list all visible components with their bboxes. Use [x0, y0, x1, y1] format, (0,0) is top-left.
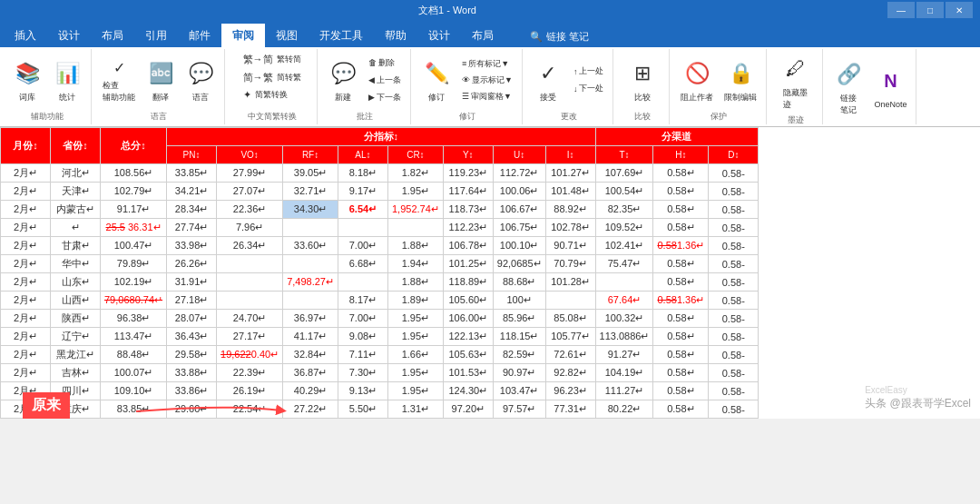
- btn-hide-ink[interactable]: 🖊 隐藏墨迹: [778, 51, 814, 113]
- cell-al[interactable]: 7.11↵: [338, 346, 387, 364]
- btn-restrict-edit[interactable]: 🔒 限制编辑: [720, 55, 760, 105]
- cell-i[interactable]: 70.79↵: [545, 255, 595, 273]
- cell-u[interactable]: 82.59↵: [493, 346, 545, 364]
- cell-t[interactable]: 67.64↵: [595, 292, 653, 310]
- btn-stats[interactable]: 📊 统计: [49, 55, 85, 105]
- cell-pn[interactable]: 29.60↵: [167, 400, 217, 419]
- cell-rf[interactable]: 40.29↵: [283, 382, 338, 400]
- cell-month[interactable]: 2月↵: [1, 255, 51, 273]
- btn-next-comment[interactable]: ▶ 下一条: [365, 90, 405, 105]
- cell-vo[interactable]: 24.70↵: [217, 310, 283, 328]
- cell-total[interactable]: 91.17↵: [101, 201, 167, 219]
- cell-total[interactable]: 100.47↵: [101, 237, 167, 255]
- cell-d[interactable]: 0.58-: [709, 183, 759, 201]
- cell-t[interactable]: 91.27↵: [595, 346, 653, 364]
- cell-rf[interactable]: 33.60↵: [283, 237, 338, 255]
- cell-t[interactable]: 109.52↵: [595, 219, 653, 237]
- cell-vo[interactable]: 22.54↵: [217, 400, 283, 419]
- cell-rf[interactable]: 32.71↵: [283, 183, 338, 201]
- cell-d[interactable]: 0.58-: [709, 292, 759, 310]
- cell-d[interactable]: 0.58-: [709, 273, 759, 292]
- cell-i[interactable]: 92.82↵: [545, 364, 595, 382]
- search-box-area[interactable]: 🔍 链接 笔记: [523, 26, 596, 47]
- close-button[interactable]: ✕: [946, 2, 973, 18]
- btn-translate[interactable]: 🔤 翻译: [142, 55, 179, 105]
- cell-i[interactable]: 85.08↵: [545, 310, 595, 328]
- cell-total[interactable]: 100.07↵: [101, 364, 167, 382]
- cell-d[interactable]: 0.58-: [709, 328, 759, 346]
- cell-t[interactable]: [595, 273, 653, 292]
- cell-cr[interactable]: 1.94↵: [387, 255, 443, 273]
- cell-al[interactable]: 9.08↵: [338, 328, 387, 346]
- maximize-button[interactable]: □: [916, 2, 944, 18]
- btn-wordcount[interactable]: 📚 词库: [9, 55, 45, 105]
- cell-cr[interactable]: 1.66↵: [387, 346, 443, 364]
- cell-pn[interactable]: 26.26↵: [167, 255, 217, 273]
- cell-u[interactable]: 85.96↵: [493, 310, 545, 328]
- cell-vo[interactable]: 22.36↵: [217, 201, 283, 219]
- cell-i[interactable]: 90.71↵: [545, 237, 595, 255]
- cell-d[interactable]: 0.58-: [709, 346, 759, 364]
- cell-vo[interactable]: 27.99↵: [217, 164, 283, 183]
- btn-link-notes[interactable]: 🔗 链接笔记: [830, 56, 867, 118]
- cell-province[interactable]: 吉林↵: [51, 364, 101, 382]
- btn-accept[interactable]: ✓ 接受: [530, 55, 566, 105]
- cell-rf[interactable]: 34.30↵: [283, 201, 338, 219]
- cell-pn[interactable]: 33.88↵: [167, 364, 217, 382]
- cell-h[interactable]: 0.581.36↵: [653, 237, 709, 255]
- cell-h[interactable]: 0.58↵: [653, 382, 709, 400]
- cell-province[interactable]: 山东↵: [51, 273, 101, 292]
- cell-y[interactable]: 118.73↵: [443, 201, 493, 219]
- cell-i[interactable]: 102.78↵: [545, 219, 595, 237]
- cell-vo[interactable]: 27.17↵: [217, 328, 283, 346]
- cell-vo[interactable]: 7.96↵: [217, 219, 283, 237]
- cell-y[interactable]: 122.13↵: [443, 328, 493, 346]
- cell-cr[interactable]: 1.95↵: [387, 310, 443, 328]
- btn-check[interactable]: ✓ 检查辅助功能: [99, 54, 139, 105]
- cell-h[interactable]: 0.58↵: [653, 183, 709, 201]
- cell-vo[interactable]: [217, 255, 283, 273]
- cell-province[interactable]: 甘肃↵: [51, 237, 101, 255]
- cell-d[interactable]: 0.58-: [709, 364, 759, 382]
- cell-h[interactable]: 0.58↵: [653, 255, 709, 273]
- cell-d[interactable]: 0.58-: [709, 382, 759, 400]
- tab-review[interactable]: 审阅: [221, 24, 265, 47]
- cell-i[interactable]: 105.77↵: [545, 328, 595, 346]
- cell-h[interactable]: 0.58↵: [653, 364, 709, 382]
- cell-u[interactable]: 100.06↵: [493, 183, 545, 201]
- cell-al[interactable]: 9.17↵: [338, 183, 387, 201]
- btn-block-author[interactable]: 🚫 阻止作者: [677, 55, 717, 105]
- cell-al[interactable]: 8.18↵: [338, 164, 387, 183]
- cell-y[interactable]: 101.25↵: [443, 255, 493, 273]
- cell-vo[interactable]: 27.07↵: [217, 183, 283, 201]
- cell-vo[interactable]: 26.19↵: [217, 382, 283, 400]
- cell-t[interactable]: 113.0886↵: [595, 328, 653, 346]
- cell-i[interactable]: 101.27↵: [545, 164, 595, 183]
- cell-total[interactable]: 102.19↵: [101, 273, 167, 292]
- cell-h[interactable]: 0.58↵: [653, 346, 709, 364]
- btn-simp2trad[interactable]: 简→繁 简转繁: [240, 69, 305, 86]
- cell-cr[interactable]: 1.95↵: [387, 382, 443, 400]
- spreadsheet[interactable]: 月份↕ 省份↕ 总分↕ 分指标↕ 分渠道 PN↕ VO↕ RF↕ AL↕ CR↕…: [0, 127, 980, 419]
- cell-u[interactable]: 97.57↵: [493, 400, 545, 419]
- cell-month[interactable]: 2月↵: [1, 292, 51, 310]
- cell-province[interactable]: 辽宁↵: [51, 328, 101, 346]
- cell-al[interactable]: 7.00↵: [338, 310, 387, 328]
- cell-u[interactable]: 90.97↵: [493, 364, 545, 382]
- btn-new-comment[interactable]: 💬 新建: [325, 55, 361, 105]
- cell-pn[interactable]: 33.98↵: [167, 237, 217, 255]
- cell-vo[interactable]: 22.39↵: [217, 364, 283, 382]
- cell-rf[interactable]: [283, 219, 338, 237]
- cell-y[interactable]: 124.30↵: [443, 382, 493, 400]
- cell-month[interactable]: 2月↵: [1, 164, 51, 183]
- cell-rf[interactable]: [283, 292, 338, 310]
- cell-al[interactable]: [338, 219, 387, 237]
- cell-t[interactable]: 107.69↵: [595, 164, 653, 183]
- cell-u[interactable]: 118.15↵: [493, 328, 545, 346]
- cell-cr[interactable]: 1.95↵: [387, 328, 443, 346]
- tab-insert[interactable]: 插入: [4, 24, 47, 47]
- btn-all-marks[interactable]: ≡ 所有标记▼: [458, 56, 516, 72]
- btn-delete-comment[interactable]: 🗑 删除: [365, 55, 405, 71]
- cell-total[interactable]: 83.85↵: [101, 400, 167, 419]
- btn-onenote[interactable]: N OneNote: [870, 64, 910, 111]
